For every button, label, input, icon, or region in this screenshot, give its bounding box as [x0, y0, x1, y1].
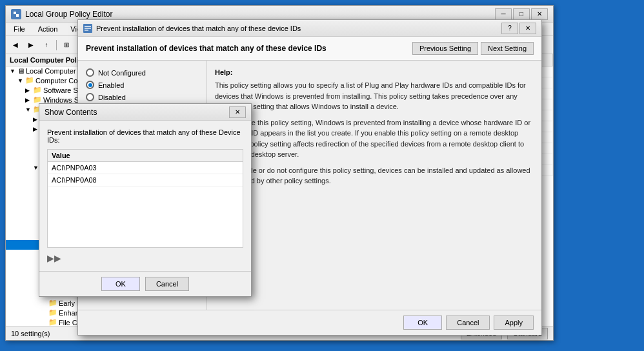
maximize-button[interactable]: □	[513, 8, 530, 20]
minimize-button[interactable]: ─	[495, 8, 512, 20]
help-para-2: If you enable this policy setting, Windo…	[215, 117, 534, 160]
menu-file[interactable]: File	[8, 24, 30, 34]
sc-table-row[interactable]: ACI\PNP0A08	[48, 174, 243, 186]
svg-rect-6	[85, 30, 88, 31]
folder-icon: 📁	[33, 86, 42, 94]
show-contents-dialog: Show Contents ✕ Prevent installation of …	[39, 103, 252, 297]
sc-table-header: Value	[48, 150, 243, 162]
radio-label-not-configured: Not Configured	[98, 69, 146, 77]
policy-dialog-right: Help: This policy setting allows you to …	[207, 61, 541, 310]
close-button[interactable]: ✕	[531, 8, 548, 20]
folder-icon: 📁	[48, 318, 57, 326]
policy-dialog-icon	[83, 24, 92, 33]
sc-table-row[interactable]: ACI\PNP0A03	[48, 162, 243, 174]
svg-rect-5	[85, 28, 91, 29]
folder-icon: 📁	[48, 299, 57, 307]
apply-button[interactable]: Apply	[494, 316, 534, 330]
sc-body: Prevent installation of devices that mat…	[39, 121, 251, 271]
policy-dialog-header: Prevent installation of devices that mat…	[78, 37, 541, 61]
radio-group: Not Configured Enabled Disabled	[86, 68, 199, 101]
sc-arrow-indicator: ▶▶	[47, 253, 61, 263]
sc-description: Prevent installation of devices that mat…	[47, 128, 243, 144]
sc-title-bar: Show Contents ✕	[39, 104, 251, 121]
policy-dialog-title: Prevent installation of devices that mat…	[96, 25, 301, 32]
help-para-1: This policy setting allows you to specif…	[215, 80, 534, 112]
help-text: This policy setting allows you to specif…	[215, 80, 534, 186]
cancel-button[interactable]: Cancel	[446, 316, 490, 330]
sc-close-btn[interactable]: ✕	[229, 106, 246, 118]
folder-icon: 📁	[48, 308, 57, 317]
app-icon	[11, 9, 21, 19]
sc-buttons: OK Cancel	[39, 271, 251, 296]
tree-icon-local: 🖥	[17, 67, 25, 75]
help-para-3: If you disable or do not configure this …	[215, 165, 534, 186]
radio-not-configured[interactable]: Not Configured	[86, 68, 199, 77]
radio-enabled[interactable]: Enabled	[86, 81, 199, 89]
radio-disabled[interactable]: Disabled	[86, 93, 199, 101]
sc-cancel-button[interactable]: Cancel	[145, 277, 189, 291]
sc-table: Value ACI\PNP0A03 ACI\PNP0A08	[47, 149, 243, 248]
radio-label-enabled: Enabled	[98, 81, 124, 89]
radio-circle-enabled	[86, 81, 94, 89]
policy-dialog-help-btn[interactable]: ?	[501, 23, 518, 34]
sc-title: Show Contents	[45, 108, 97, 117]
help-label: Help:	[215, 68, 534, 76]
toolbar-show-hide[interactable]: ⊞	[59, 38, 74, 52]
radio-label-disabled: Disabled	[98, 94, 126, 101]
folder-icon: 📁	[25, 76, 34, 85]
sc-ok-button[interactable]: OK	[101, 277, 140, 291]
toolbar-forward[interactable]: ▶	[24, 38, 38, 52]
next-setting-button[interactable]: Next Setting	[481, 42, 534, 55]
ok-button[interactable]: OK	[403, 316, 442, 330]
toolbar-up[interactable]: ↑	[39, 38, 54, 52]
svg-rect-2	[16, 14, 19, 17]
svg-rect-1	[14, 12, 16, 14]
main-title: Local Group Policy Editor	[25, 10, 112, 19]
radio-circle-disabled	[86, 93, 94, 101]
policy-dialog-bottom: OK Cancel Apply	[78, 310, 541, 335]
svg-rect-4	[85, 26, 91, 27]
policy-dialog-heading: Prevent installation of devices that mat…	[86, 44, 412, 53]
policy-dialog-title-bar: Prevent installation of devices that mat…	[78, 20, 541, 37]
toolbar-back[interactable]: ◀	[8, 38, 23, 52]
toolbar-separator	[56, 40, 57, 50]
status-text: 10 setting(s)	[11, 330, 50, 337]
radio-circle-not-configured	[86, 68, 94, 77]
policy-dialog-close-btn[interactable]: ✕	[519, 23, 536, 34]
prev-setting-button[interactable]: Previous Setting	[412, 42, 478, 55]
menu-action[interactable]: Action	[33, 24, 63, 34]
